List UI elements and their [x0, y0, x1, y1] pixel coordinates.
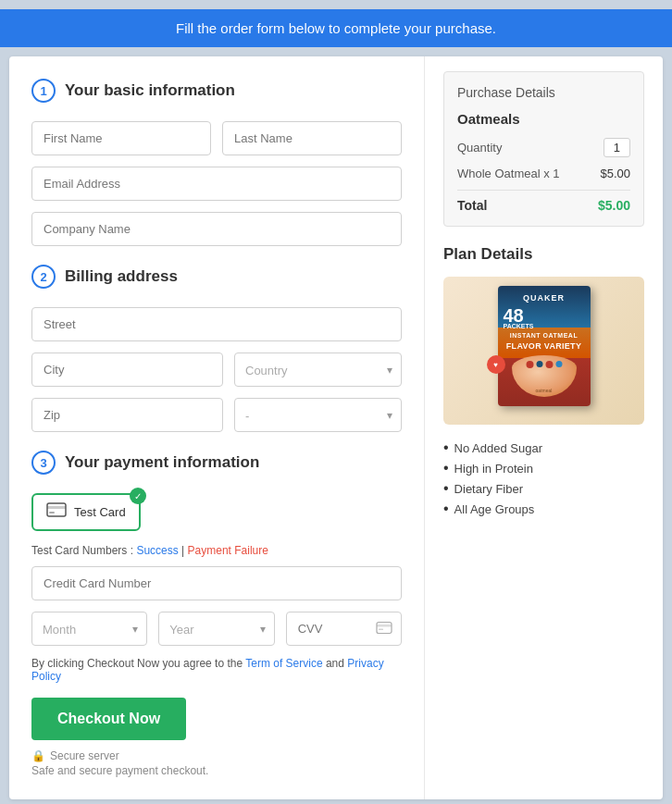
- cc-number-row: [31, 566, 402, 600]
- street-input[interactable]: [31, 307, 402, 341]
- terms-text: By clicking Checkout Now you agree to th…: [31, 657, 402, 683]
- lock-icon: 🔒: [31, 749, 45, 762]
- quantity-row: Quantity 1: [457, 138, 630, 157]
- bullet-item-1: No Added Sugar: [443, 438, 644, 458]
- email-row: [31, 167, 402, 201]
- page-wrapper: Fill the order form below to complete yo…: [0, 9, 672, 804]
- street-row: [31, 307, 402, 341]
- checkout-button[interactable]: Checkout Now: [31, 698, 186, 740]
- divider: [457, 190, 630, 191]
- card-icon: [46, 502, 67, 522]
- item-label: Whole Oatmeal x 1: [457, 167, 560, 180]
- name-row: [31, 121, 402, 155]
- banner-text: Fill the order form below to complete yo…: [176, 20, 496, 36]
- test-card-info: Test Card Numbers : Success | Payment Fa…: [31, 544, 402, 557]
- total-label: Total: [457, 198, 487, 213]
- email-input[interactable]: [31, 167, 402, 201]
- quantity-label: Quantity: [457, 141, 502, 155]
- quantity-value: 1: [604, 138, 630, 157]
- section3-number: 3: [31, 451, 56, 475]
- bullet-item-2: High in Protein: [443, 458, 644, 478]
- secure-info: 🔒 Secure server: [31, 749, 402, 762]
- city-country-row: Country: [31, 353, 402, 387]
- company-input[interactable]: [31, 212, 402, 246]
- svg-rect-0: [47, 503, 66, 516]
- right-panel: Purchase Details Oatmeals Quantity 1 Who…: [425, 56, 663, 799]
- purchase-details-title: Purchase Details: [457, 85, 630, 100]
- failure-link[interactable]: Payment Failure: [188, 544, 268, 557]
- cvv-wrapper: [286, 612, 402, 646]
- purchase-details-box: Purchase Details Oatmeals Quantity 1 Who…: [443, 71, 644, 227]
- secure-server-text: Secure server: [50, 749, 119, 762]
- year-select[interactable]: [158, 612, 274, 646]
- product-image: QUAKER 48 PACKETS INSTANT OATMEAL FLAVOR…: [443, 277, 644, 425]
- separator: |: [181, 544, 184, 557]
- first-name-input[interactable]: [31, 121, 211, 155]
- section1-number: 1: [31, 79, 56, 103]
- terms-and: and: [326, 657, 347, 670]
- cvv-icon: [376, 621, 392, 637]
- total-row: Total $5.00: [457, 198, 630, 213]
- svg-rect-3: [377, 622, 392, 633]
- section1-header: 1 Your basic information: [31, 79, 402, 103]
- city-input[interactable]: [31, 353, 223, 387]
- bullet-item-3: Dietary Fiber: [443, 478, 644, 499]
- section1-title: Your basic information: [65, 81, 235, 100]
- card-option[interactable]: ✓ Test Card: [31, 493, 141, 531]
- country-wrapper: Country: [234, 353, 402, 387]
- state-wrapper: -: [234, 398, 402, 432]
- svg-rect-4: [377, 625, 392, 627]
- zip-state-row: -: [31, 398, 402, 432]
- test-card-label: Test Card Numbers :: [31, 544, 133, 557]
- section2-header: 2 Billing address: [31, 265, 402, 289]
- check-badge: ✓: [130, 488, 146, 504]
- checkout-label: Checkout Now: [57, 711, 160, 726]
- company-row: [31, 212, 402, 246]
- bullet-list: No Added Sugar High in Protein Dietary F…: [443, 438, 644, 519]
- svg-rect-2: [49, 512, 55, 513]
- terms-link[interactable]: Term of Service: [245, 657, 322, 670]
- item-price: $5.00: [600, 167, 630, 180]
- month-select[interactable]: [31, 612, 147, 646]
- section2-title: Billing address: [65, 267, 178, 286]
- total-value: $5.00: [598, 198, 630, 213]
- section3-title: Your payment information: [65, 453, 259, 472]
- year-wrapper: Year: [158, 612, 274, 646]
- section3-header: 3 Your payment information: [31, 451, 402, 475]
- svg-rect-5: [379, 628, 383, 630]
- left-panel: 1 Your basic information 2 Billing addre…: [9, 56, 425, 799]
- svg-rect-1: [47, 506, 66, 509]
- terms-pre: By clicking Checkout Now you agree to th…: [31, 657, 245, 670]
- secure-sub-text: Safe and secure payment checkout.: [31, 764, 402, 777]
- item-row: Whole Oatmeal x 1 $5.00: [457, 167, 630, 180]
- product-name: Oatmeals: [457, 111, 630, 127]
- success-link[interactable]: Success: [136, 544, 178, 557]
- last-name-input[interactable]: [222, 121, 402, 155]
- bullet-item-4: All Age Groups: [443, 499, 644, 519]
- section2-number: 2: [31, 265, 56, 289]
- card-label-text: Test Card: [74, 505, 126, 519]
- state-select[interactable]: [234, 398, 402, 432]
- country-select[interactable]: [234, 353, 402, 387]
- zip-input[interactable]: [31, 398, 223, 432]
- plan-details-title: Plan Details: [443, 245, 644, 264]
- top-banner: Fill the order form below to complete yo…: [0, 9, 672, 47]
- month-wrapper: Month: [31, 612, 147, 646]
- credit-card-input[interactable]: [31, 566, 402, 600]
- expiry-cvv-row: Month Year: [31, 612, 402, 646]
- main-card: 1 Your basic information 2 Billing addre…: [9, 56, 663, 799]
